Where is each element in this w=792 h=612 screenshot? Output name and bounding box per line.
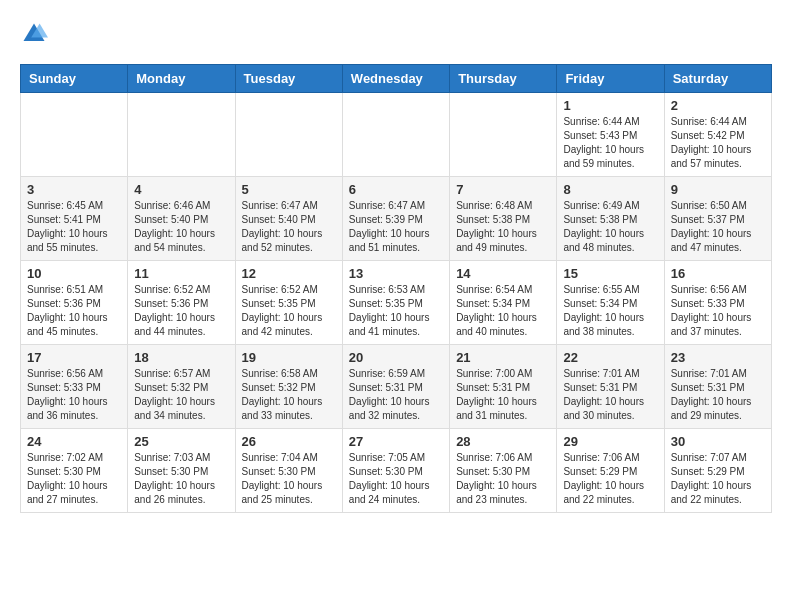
calendar-cell: 10Sunrise: 6:51 AM Sunset: 5:36 PM Dayli…: [21, 261, 128, 345]
day-info: Sunrise: 7:01 AM Sunset: 5:31 PM Dayligh…: [671, 367, 765, 423]
day-info: Sunrise: 6:58 AM Sunset: 5:32 PM Dayligh…: [242, 367, 336, 423]
day-number: 30: [671, 434, 765, 449]
day-number: 3: [27, 182, 121, 197]
day-number: 27: [349, 434, 443, 449]
day-number: 6: [349, 182, 443, 197]
calendar-cell: 17Sunrise: 6:56 AM Sunset: 5:33 PM Dayli…: [21, 345, 128, 429]
day-number: 19: [242, 350, 336, 365]
calendar-cell: [342, 93, 449, 177]
day-info: Sunrise: 6:55 AM Sunset: 5:34 PM Dayligh…: [563, 283, 657, 339]
calendar-header-row: SundayMondayTuesdayWednesdayThursdayFrid…: [21, 65, 772, 93]
day-info: Sunrise: 6:50 AM Sunset: 5:37 PM Dayligh…: [671, 199, 765, 255]
day-header-saturday: Saturday: [664, 65, 771, 93]
calendar-cell: 21Sunrise: 7:00 AM Sunset: 5:31 PM Dayli…: [450, 345, 557, 429]
calendar-week-row: 24Sunrise: 7:02 AM Sunset: 5:30 PM Dayli…: [21, 429, 772, 513]
calendar-cell: 16Sunrise: 6:56 AM Sunset: 5:33 PM Dayli…: [664, 261, 771, 345]
day-info: Sunrise: 6:44 AM Sunset: 5:43 PM Dayligh…: [563, 115, 657, 171]
day-number: 11: [134, 266, 228, 281]
day-number: 17: [27, 350, 121, 365]
calendar-cell: 9Sunrise: 6:50 AM Sunset: 5:37 PM Daylig…: [664, 177, 771, 261]
page-header: [20, 20, 772, 48]
day-number: 22: [563, 350, 657, 365]
day-info: Sunrise: 6:56 AM Sunset: 5:33 PM Dayligh…: [671, 283, 765, 339]
day-info: Sunrise: 6:45 AM Sunset: 5:41 PM Dayligh…: [27, 199, 121, 255]
calendar-cell: 2Sunrise: 6:44 AM Sunset: 5:42 PM Daylig…: [664, 93, 771, 177]
calendar-cell: 12Sunrise: 6:52 AM Sunset: 5:35 PM Dayli…: [235, 261, 342, 345]
day-info: Sunrise: 6:49 AM Sunset: 5:38 PM Dayligh…: [563, 199, 657, 255]
day-info: Sunrise: 6:57 AM Sunset: 5:32 PM Dayligh…: [134, 367, 228, 423]
calendar-cell: 23Sunrise: 7:01 AM Sunset: 5:31 PM Dayli…: [664, 345, 771, 429]
day-number: 20: [349, 350, 443, 365]
calendar-cell: 6Sunrise: 6:47 AM Sunset: 5:39 PM Daylig…: [342, 177, 449, 261]
day-number: 15: [563, 266, 657, 281]
day-number: 26: [242, 434, 336, 449]
day-number: 23: [671, 350, 765, 365]
day-info: Sunrise: 7:07 AM Sunset: 5:29 PM Dayligh…: [671, 451, 765, 507]
day-info: Sunrise: 7:00 AM Sunset: 5:31 PM Dayligh…: [456, 367, 550, 423]
calendar-cell: 1Sunrise: 6:44 AM Sunset: 5:43 PM Daylig…: [557, 93, 664, 177]
calendar-cell: 28Sunrise: 7:06 AM Sunset: 5:30 PM Dayli…: [450, 429, 557, 513]
calendar-cell: 5Sunrise: 6:47 AM Sunset: 5:40 PM Daylig…: [235, 177, 342, 261]
day-info: Sunrise: 6:54 AM Sunset: 5:34 PM Dayligh…: [456, 283, 550, 339]
day-number: 18: [134, 350, 228, 365]
calendar-week-row: 10Sunrise: 6:51 AM Sunset: 5:36 PM Dayli…: [21, 261, 772, 345]
day-number: 14: [456, 266, 550, 281]
day-number: 7: [456, 182, 550, 197]
day-header-monday: Monday: [128, 65, 235, 93]
day-info: Sunrise: 7:05 AM Sunset: 5:30 PM Dayligh…: [349, 451, 443, 507]
calendar-cell: 8Sunrise: 6:49 AM Sunset: 5:38 PM Daylig…: [557, 177, 664, 261]
calendar-cell: 4Sunrise: 6:46 AM Sunset: 5:40 PM Daylig…: [128, 177, 235, 261]
calendar-cell: 20Sunrise: 6:59 AM Sunset: 5:31 PM Dayli…: [342, 345, 449, 429]
calendar-cell: 25Sunrise: 7:03 AM Sunset: 5:30 PM Dayli…: [128, 429, 235, 513]
day-header-friday: Friday: [557, 65, 664, 93]
calendar-cell: 18Sunrise: 6:57 AM Sunset: 5:32 PM Dayli…: [128, 345, 235, 429]
day-number: 28: [456, 434, 550, 449]
day-info: Sunrise: 6:48 AM Sunset: 5:38 PM Dayligh…: [456, 199, 550, 255]
calendar-cell: 19Sunrise: 6:58 AM Sunset: 5:32 PM Dayli…: [235, 345, 342, 429]
day-header-wednesday: Wednesday: [342, 65, 449, 93]
day-info: Sunrise: 6:46 AM Sunset: 5:40 PM Dayligh…: [134, 199, 228, 255]
day-info: Sunrise: 7:04 AM Sunset: 5:30 PM Dayligh…: [242, 451, 336, 507]
day-info: Sunrise: 7:06 AM Sunset: 5:30 PM Dayligh…: [456, 451, 550, 507]
calendar-cell: 30Sunrise: 7:07 AM Sunset: 5:29 PM Dayli…: [664, 429, 771, 513]
day-info: Sunrise: 7:02 AM Sunset: 5:30 PM Dayligh…: [27, 451, 121, 507]
calendar-cell: [450, 93, 557, 177]
day-number: 29: [563, 434, 657, 449]
day-header-sunday: Sunday: [21, 65, 128, 93]
day-info: Sunrise: 6:56 AM Sunset: 5:33 PM Dayligh…: [27, 367, 121, 423]
day-info: Sunrise: 6:47 AM Sunset: 5:39 PM Dayligh…: [349, 199, 443, 255]
day-info: Sunrise: 6:44 AM Sunset: 5:42 PM Dayligh…: [671, 115, 765, 171]
calendar-week-row: 1Sunrise: 6:44 AM Sunset: 5:43 PM Daylig…: [21, 93, 772, 177]
calendar-week-row: 3Sunrise: 6:45 AM Sunset: 5:41 PM Daylig…: [21, 177, 772, 261]
day-number: 8: [563, 182, 657, 197]
day-info: Sunrise: 6:51 AM Sunset: 5:36 PM Dayligh…: [27, 283, 121, 339]
calendar-cell: 15Sunrise: 6:55 AM Sunset: 5:34 PM Dayli…: [557, 261, 664, 345]
calendar-cell: 27Sunrise: 7:05 AM Sunset: 5:30 PM Dayli…: [342, 429, 449, 513]
day-number: 4: [134, 182, 228, 197]
calendar-cell: [128, 93, 235, 177]
calendar-cell: [21, 93, 128, 177]
day-info: Sunrise: 6:53 AM Sunset: 5:35 PM Dayligh…: [349, 283, 443, 339]
calendar-cell: 29Sunrise: 7:06 AM Sunset: 5:29 PM Dayli…: [557, 429, 664, 513]
calendar-cell: 22Sunrise: 7:01 AM Sunset: 5:31 PM Dayli…: [557, 345, 664, 429]
day-info: Sunrise: 7:03 AM Sunset: 5:30 PM Dayligh…: [134, 451, 228, 507]
day-number: 1: [563, 98, 657, 113]
day-number: 9: [671, 182, 765, 197]
logo-icon: [20, 20, 48, 48]
calendar-cell: 7Sunrise: 6:48 AM Sunset: 5:38 PM Daylig…: [450, 177, 557, 261]
day-info: Sunrise: 6:52 AM Sunset: 5:35 PM Dayligh…: [242, 283, 336, 339]
day-number: 25: [134, 434, 228, 449]
calendar-week-row: 17Sunrise: 6:56 AM Sunset: 5:33 PM Dayli…: [21, 345, 772, 429]
day-number: 24: [27, 434, 121, 449]
logo: [20, 20, 52, 48]
calendar-cell: 13Sunrise: 6:53 AM Sunset: 5:35 PM Dayli…: [342, 261, 449, 345]
day-info: Sunrise: 6:47 AM Sunset: 5:40 PM Dayligh…: [242, 199, 336, 255]
day-number: 10: [27, 266, 121, 281]
calendar-cell: 24Sunrise: 7:02 AM Sunset: 5:30 PM Dayli…: [21, 429, 128, 513]
day-number: 5: [242, 182, 336, 197]
day-info: Sunrise: 6:59 AM Sunset: 5:31 PM Dayligh…: [349, 367, 443, 423]
day-number: 2: [671, 98, 765, 113]
calendar-cell: 11Sunrise: 6:52 AM Sunset: 5:36 PM Dayli…: [128, 261, 235, 345]
day-number: 16: [671, 266, 765, 281]
day-number: 13: [349, 266, 443, 281]
